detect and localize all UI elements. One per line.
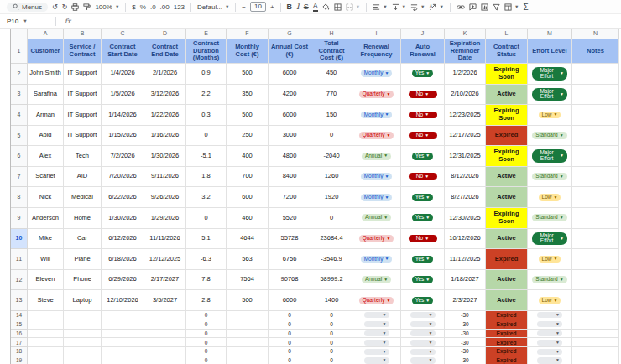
format-percent-button[interactable]: %: [140, 3, 146, 11]
cell-end-date[interactable]: 2/1/2026: [144, 64, 186, 85]
cell-total-cost[interactable]: 0: [311, 356, 352, 364]
cell-total-cost[interactable]: 0: [311, 320, 352, 330]
cell-duration[interactable]: 0: [186, 338, 227, 347]
row-header-14[interactable]: 14: [11, 311, 28, 320]
column-title[interactable]: Total Contract Cost (€): [311, 39, 352, 64]
cell-start-date[interactable]: 7/2/2026: [102, 146, 144, 167]
cell-reminder-date[interactable]: 8/12/2026: [445, 167, 486, 188]
cell-monthly-cost[interactable]: 250: [227, 126, 269, 147]
cell-auto-renewal[interactable]: ▼: [401, 356, 445, 364]
cell-contract-status[interactable]: Expiring Soon: [486, 64, 528, 85]
cell-end-date[interactable]: 12/12/2025: [144, 249, 186, 270]
auto-renewal-dropdown[interactable]: Yes▼: [412, 297, 434, 304]
cell-notes[interactable]: [572, 270, 619, 291]
cell-effort-level[interactable]: Major Effort▼: [528, 85, 572, 106]
renewal-dropdown[interactable]: ▼: [364, 340, 389, 346]
cell-service[interactable]: AID: [64, 167, 102, 188]
cell-auto-renewal[interactable]: ▼: [401, 330, 445, 339]
column-header-M[interactable]: M: [528, 29, 572, 39]
cell-annual-cost[interactable]: 0: [269, 356, 311, 364]
cell-renewal-frequency[interactable]: Monthly▼: [352, 105, 401, 126]
text-wrap-button[interactable]: ▼: [410, 3, 425, 11]
cell-total-cost[interactable]: 1400: [311, 290, 352, 311]
undo-button[interactable]: ↺: [52, 3, 58, 11]
cell-total-cost[interactable]: 0: [311, 208, 352, 229]
row-header-3[interactable]: 3: [11, 85, 28, 106]
cell-reminder-date[interactable]: -30: [445, 347, 486, 356]
cell-start-date[interactable]: 1/30/2026: [102, 208, 144, 229]
cell-end-date[interactable]: 3/5/2027: [144, 290, 186, 311]
cell-end-date[interactable]: [144, 320, 186, 330]
cell-monthly-cost[interactable]: [227, 330, 269, 339]
cell-contract-status[interactable]: Active: [486, 187, 528, 208]
renewal-dropdown[interactable]: Monthly▼: [361, 70, 393, 77]
renewal-dropdown[interactable]: Annual▼: [362, 214, 391, 221]
cell-annual-cost[interactable]: 3000: [269, 126, 311, 147]
cell-renewal-frequency[interactable]: Quarterly▼: [352, 85, 401, 106]
insert-link-button[interactable]: [457, 3, 465, 11]
cell-service[interactable]: IT Support: [64, 105, 102, 126]
cell-service[interactable]: Tech: [64, 146, 102, 167]
cell-notes[interactable]: [572, 338, 619, 347]
cell-annual-cost[interactable]: 6000: [269, 105, 311, 126]
cell-total-cost[interactable]: 1260: [311, 167, 352, 188]
cell-duration[interactable]: 1.8: [186, 167, 227, 188]
cell-total-cost[interactable]: -2040: [311, 146, 352, 167]
column-header-N[interactable]: N: [572, 29, 619, 39]
renewal-dropdown[interactable]: Annual▼: [362, 153, 391, 160]
cell-notes[interactable]: [572, 85, 619, 106]
row-header-2[interactable]: 2: [11, 64, 28, 85]
cell-renewal-frequency[interactable]: Annual▼: [352, 270, 401, 291]
row-header-5[interactable]: 5: [11, 126, 28, 147]
font-family-select[interactable]: Defaul...▼: [197, 3, 229, 11]
cell-start-date[interactable]: 7/20/2026: [102, 167, 144, 188]
cell-effort-level[interactable]: ▼: [528, 347, 572, 356]
column-header-G[interactable]: G: [269, 29, 311, 39]
cell-start-date[interactable]: [102, 330, 144, 339]
functions-button[interactable]: Σ: [523, 3, 528, 12]
cell-end-date[interactable]: [144, 311, 186, 320]
cell-notes[interactable]: [572, 126, 619, 147]
cell-end-date[interactable]: [144, 347, 186, 356]
vertical-align-button[interactable]: ▼: [392, 3, 406, 11]
cell-annual-cost[interactable]: 6000: [269, 290, 311, 311]
cell-start-date[interactable]: [102, 347, 144, 356]
cell-effort-level[interactable]: Standard▼: [528, 167, 572, 188]
auto-renewal-dropdown[interactable]: Yes▼: [412, 256, 434, 263]
cell-reminder-date[interactable]: 10/12/2026: [445, 229, 486, 250]
auto-renewal-dropdown[interactable]: Yes▼: [412, 194, 434, 201]
cell-renewal-frequency[interactable]: ▼: [352, 347, 401, 356]
cell-contract-status[interactable]: Expired: [486, 249, 528, 270]
print-button[interactable]: [71, 3, 79, 11]
cell-auto-renewal[interactable]: No▼: [401, 229, 445, 250]
cell-customer[interactable]: [28, 356, 64, 364]
column-title[interactable]: Annual Cost (€): [269, 39, 311, 64]
renewal-dropdown[interactable]: Monthly▼: [361, 194, 393, 201]
cell-duration[interactable]: 0: [186, 126, 227, 147]
cell-service[interactable]: Home: [64, 208, 102, 229]
cell-reminder-date[interactable]: -30: [445, 356, 486, 364]
insert-comment-button[interactable]: [469, 3, 477, 11]
cell-start-date[interactable]: 1/5/2026: [102, 85, 144, 106]
cell-auto-renewal[interactable]: Yes▼: [401, 208, 445, 229]
column-title[interactable]: Contract End Date: [144, 39, 186, 64]
cell-end-date[interactable]: 9/26/2026: [144, 187, 186, 208]
cell-notes[interactable]: [572, 208, 619, 229]
cell-monthly-cost[interactable]: [227, 320, 269, 330]
strikethrough-button[interactable]: S: [304, 3, 309, 11]
cell-duration[interactable]: 0.3: [186, 105, 227, 126]
cell-renewal-frequency[interactable]: Annual▼: [352, 208, 401, 229]
cell-service[interactable]: Car: [64, 229, 102, 250]
bold-button[interactable]: B: [287, 3, 293, 11]
row-header-17[interactable]: 17: [11, 338, 28, 347]
cell-monthly-cost[interactable]: 460: [227, 208, 269, 229]
cell-total-cost[interactable]: 58999.2: [311, 270, 352, 291]
column-title[interactable]: Expiration Reminder Date: [445, 39, 486, 64]
column-title[interactable]: Monthly Cost (€): [227, 39, 269, 64]
column-title[interactable]: Contract Status: [486, 39, 528, 64]
cell-end-date[interactable]: 9/11/2026: [144, 167, 186, 188]
cell-contract-status[interactable]: Active: [486, 270, 528, 291]
auto-renewal-dropdown[interactable]: ▼: [410, 357, 436, 363]
cell-duration[interactable]: 3.2: [186, 187, 227, 208]
cell-renewal-frequency[interactable]: ▼: [352, 330, 401, 339]
